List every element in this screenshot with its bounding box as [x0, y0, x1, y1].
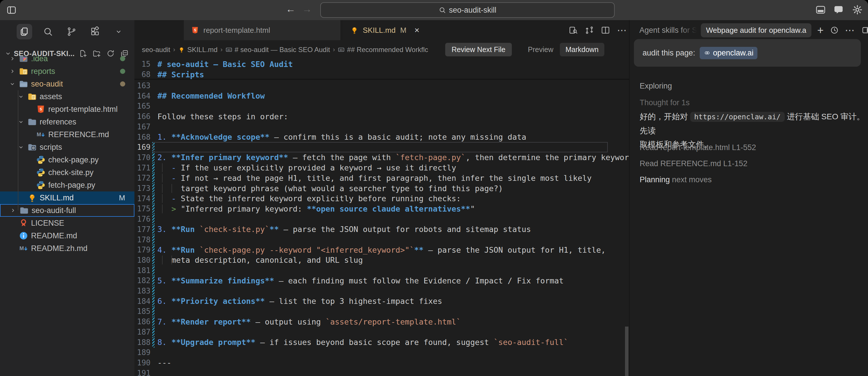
- review-next-file-button[interactable]: Review Next File: [445, 43, 512, 56]
- more-icon[interactable]: ⋯: [845, 24, 855, 36]
- gear-icon[interactable]: [852, 4, 863, 15]
- tree-item-reference-md[interactable]: MREFERENCE.md: [0, 128, 134, 141]
- tree-item-license[interactable]: LICENSE: [0, 217, 134, 229]
- chevron-down-icon[interactable]: [7, 81, 17, 87]
- compare-changes-icon[interactable]: [585, 26, 594, 35]
- chat-icon[interactable]: [834, 4, 844, 15]
- code-line-178[interactable]: 178: [134, 235, 629, 245]
- command-center-search[interactable]: seo-audit-skill: [320, 2, 615, 18]
- back-icon[interactable]: ←: [286, 3, 296, 15]
- conversation-tab[interactable]: Webpage audit for openclaw.a: [701, 23, 811, 37]
- search-icon[interactable]: [40, 24, 56, 39]
- code-area[interactable]: 163164## Recommended Workflow165166Follo…: [134, 81, 629, 376]
- url-code-chip[interactable]: https://openclaw.ai/: [690, 112, 785, 122]
- status-exploring: Exploring: [640, 82, 672, 91]
- tree-item-check-site-py[interactable]: check-site.py: [0, 166, 134, 179]
- tree-item-fetch-page-py[interactable]: fetch-page.py: [0, 179, 134, 192]
- tab-skill-md[interactable]: SKILL.mdM×: [343, 20, 450, 40]
- forward-icon[interactable]: →: [302, 3, 312, 15]
- tree-item-references[interactable]: references: [0, 116, 134, 128]
- editor-scrollbar[interactable]: [625, 326, 628, 376]
- tree-item-skill-md[interactable]: SKILL.mdM: [0, 192, 134, 204]
- code-line-191[interactable]: 191: [134, 368, 629, 376]
- chevron-right-icon[interactable]: [8, 207, 18, 213]
- split-editor-icon[interactable]: [601, 26, 610, 35]
- tree-item-scripts[interactable]: scripts: [0, 141, 134, 153]
- code-line-168[interactable]: 1681. **Acknowledge scope** — confirm th…: [134, 132, 629, 142]
- code-line-181[interactable]: 181: [134, 265, 629, 276]
- code-line-185[interactable]: 185: [134, 306, 629, 317]
- close-icon[interactable]: ×: [414, 25, 420, 35]
- code-line-176[interactable]: 176: [134, 214, 629, 224]
- breadcrumb-separator: ›: [173, 46, 175, 54]
- panel-bottom-icon[interactable]: [815, 4, 826, 15]
- breadcrumb-item[interactable]: seo-audit: [142, 46, 170, 54]
- sticky-line-15[interactable]: 15# seo-audit — Basic SEO Audit: [134, 59, 629, 69]
- info-icon: [17, 231, 30, 240]
- tree-item-readme-zh-md[interactable]: MREADME.zh.md: [0, 242, 134, 255]
- line-number: 163: [134, 81, 151, 90]
- tab-report-template-html[interactable]: 5report-template.html: [184, 20, 340, 40]
- code-line-183[interactable]: 183: [134, 286, 629, 296]
- gutter-spacer: [152, 347, 155, 357]
- breadcrumb-item[interactable]: abc## Recommended Workflc: [338, 46, 428, 54]
- page-link-chip[interactable]: openclaw.ai: [700, 47, 757, 59]
- chevron-right-icon[interactable]: [7, 68, 17, 75]
- files-icon[interactable]: [17, 24, 32, 39]
- code-line-189[interactable]: 189: [134, 347, 629, 357]
- tree-item-seo-audit-full[interactable]: seo-audit-full: [0, 204, 134, 217]
- markdown-toggle[interactable]: Markdown: [560, 43, 604, 56]
- tree-item-report-template-html[interactable]: 5report-template.html: [0, 103, 134, 116]
- code-line-163[interactable]: 163: [134, 81, 629, 91]
- activity-read-1[interactable]: Read report-template.html L1-552: [640, 143, 756, 152]
- code-line-186[interactable]: 1867. **Render report** — output using `…: [134, 317, 629, 327]
- breadcrumb-item[interactable]: abc# seo-audit — Basic SEO Audit: [225, 46, 330, 54]
- code-line-180[interactable]: 180 meta description, canonical, and URL…: [134, 255, 629, 265]
- code-line-184[interactable]: 1846. **Priority actions** — list the to…: [134, 296, 629, 307]
- code-line-190[interactable]: 190---: [134, 357, 629, 368]
- chevron-down-icon[interactable]: [111, 24, 126, 39]
- panel-right-icon[interactable]: [862, 26, 868, 34]
- code-line-171[interactable]: 171 - If the user explicitly provided a …: [134, 163, 629, 173]
- preview-toggle[interactable]: Preview: [528, 46, 554, 54]
- chevron-right-icon[interactable]: [7, 56, 17, 62]
- sticky-line-68[interactable]: 68## Scripts: [134, 69, 629, 80]
- code-line-188[interactable]: 1888. **Upgrade prompt** — if issues bey…: [134, 337, 629, 348]
- toggle-sidebar-icon[interactable]: [6, 5, 17, 15]
- code-line-172[interactable]: 172 - If not → read the page H1, title, …: [134, 173, 629, 183]
- history-icon[interactable]: [830, 26, 839, 34]
- code-line-173[interactable]: 173 target keyword phrase (what would a …: [134, 183, 629, 194]
- code-line-175[interactable]: 175 > "Inferred primary keyword: **open …: [134, 204, 629, 214]
- more-actions-icon[interactable]: ⋯: [617, 24, 627, 36]
- code-line-182[interactable]: 1825. **Summarize findings** — each find…: [134, 276, 629, 286]
- code-line-170[interactable]: 1702. **Infer primary keyword** — fetch …: [134, 152, 629, 163]
- activity-read-2[interactable]: Read REFERENCE.md L1-152: [640, 159, 747, 168]
- code-line-169[interactable]: 169: [134, 142, 629, 152]
- indent-guide: [162, 184, 162, 193]
- breadcrumb-item[interactable]: SKILL.md: [178, 46, 217, 54]
- code-line-177[interactable]: 1773. **Run `check-site.py`** — parse th…: [134, 224, 629, 235]
- open-preview-icon[interactable]: [569, 26, 578, 35]
- code-line-167[interactable]: 167: [134, 122, 629, 132]
- code-line-174[interactable]: 174 - State the inferred keyword explici…: [134, 194, 629, 204]
- code-line-165[interactable]: 165: [134, 101, 629, 111]
- code-line-164[interactable]: 164## Recommended Workflow: [134, 91, 629, 101]
- tree-item-seo-audit[interactable]: seo-audit: [0, 78, 134, 90]
- tree-item-reports[interactable]: reports: [0, 65, 134, 78]
- symbol-string-icon: abc: [225, 46, 232, 53]
- folder-icon: [26, 117, 38, 127]
- editor[interactable]: 15# seo-audit — Basic SEO Audit68## Scri…: [134, 59, 629, 376]
- tree-item--idea[interactable]: .idea: [0, 52, 134, 65]
- tree-item-assets[interactable]: assets: [0, 90, 134, 103]
- tree-item-label: check-page.py: [48, 155, 99, 165]
- code-line-179[interactable]: 1794. **Run `check-page.py --keyword "<i…: [134, 244, 629, 255]
- tree-item-readme-md[interactable]: README.md: [0, 229, 134, 242]
- code-line-187[interactable]: 187: [134, 327, 629, 337]
- code-line-166[interactable]: 166Follow these steps in order:: [134, 111, 629, 122]
- gutter-spacer: [152, 81, 155, 91]
- extensions-icon[interactable]: [87, 24, 103, 39]
- new-chat-icon[interactable]: +: [817, 26, 824, 34]
- tree-item-check-page-py[interactable]: check-page.py: [0, 153, 134, 166]
- code-text: 8. **Upgrade prompt** — if issues beyond…: [155, 338, 568, 347]
- git-branch-icon[interactable]: [64, 24, 79, 39]
